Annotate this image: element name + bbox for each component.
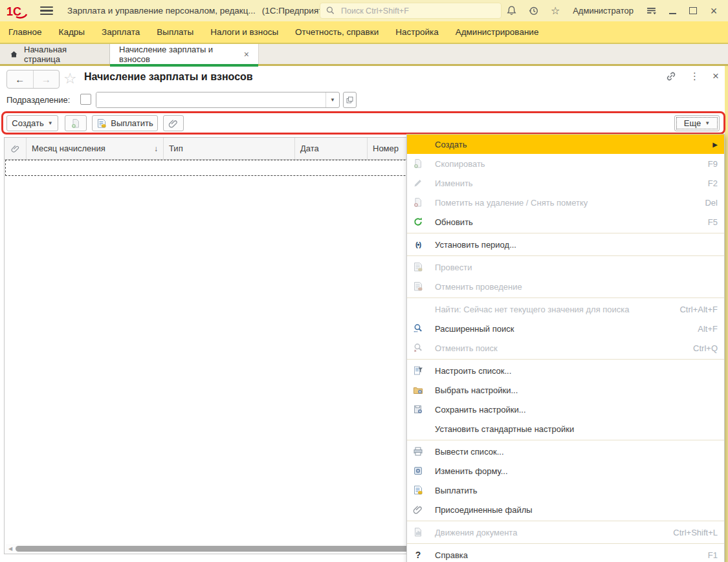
menu-item-mark-delete[interactable]: Пометить на удаление / Снять пометку Del [407, 193, 724, 212]
more-button-label: Еще [684, 118, 701, 128]
scroll-left-icon[interactable]: ◀ [5, 546, 16, 552]
pay-button[interactable]: Выплатить [92, 115, 158, 131]
advanced-search-icon [413, 323, 423, 334]
maximize-button[interactable] [684, 3, 702, 19]
menu-item-standard-settings[interactable]: Установить стандартные настройки [407, 419, 724, 438]
menu-reports[interactable]: Отчетность, справки [287, 27, 387, 37]
menu-separator [407, 297, 724, 298]
menu-separator [407, 255, 724, 256]
notifications-bell-icon[interactable] [502, 3, 521, 19]
home-icon [9, 50, 19, 59]
column-header-month[interactable]: Месяц начисления ↓ [27, 138, 164, 159]
history-icon[interactable] [524, 3, 543, 19]
division-checkbox[interactable] [80, 94, 91, 105]
pay-doc-icon [413, 485, 423, 495]
mark-delete-icon [413, 197, 423, 208]
menu-item-set-period[interactable]: (•) Установить период... [407, 235, 724, 254]
menu-administration[interactable]: Администрирование [447, 27, 547, 37]
menu-item-attached-files[interactable]: Присоединенные файлы [407, 500, 724, 519]
search-input[interactable] [340, 6, 501, 16]
menu-separator [407, 359, 724, 360]
division-label: Подразделение: [6, 95, 70, 105]
menu-separator [407, 521, 724, 521]
create-button[interactable]: Создать ▼ [6, 115, 58, 131]
division-input[interactable] [96, 92, 325, 107]
post-document-icon [413, 262, 423, 272]
attachment-column-header[interactable] [5, 138, 27, 159]
menu-item-configure-list[interactable]: Настроить список... [407, 361, 724, 380]
menu-item-save-settings[interactable]: Сохранить настройки... [407, 400, 724, 419]
tab-payroll-accrual[interactable]: Начисление зарплаты и взносов × [110, 44, 259, 64]
copy-icon [413, 158, 423, 169]
back-arrow-icon[interactable]: ← [7, 70, 34, 88]
section-menu-bar: Главное Кадры Зарплата Выплаты Налоги и … [0, 21, 728, 44]
attachments-button[interactable] [163, 115, 184, 131]
column-header-date[interactable]: Дата [295, 138, 368, 159]
form-close-icon[interactable]: × [712, 70, 719, 83]
get-link-icon[interactable] [665, 70, 677, 82]
unpost-document-icon [413, 281, 423, 292]
sort-descending-icon: ↓ [154, 144, 158, 153]
tab-label: Начальная страница [24, 45, 100, 64]
menu-item-refresh[interactable]: Обновить F5 [407, 212, 724, 232]
more-context-menu: Создать ▶ Скопировать F9 Изменить F2 Пом… [406, 134, 725, 562]
current-user[interactable]: Администратор [573, 6, 634, 16]
chevron-down-icon: ▼ [705, 120, 710, 126]
menu-main[interactable]: Главное [0, 27, 50, 37]
set-period-icon: (•) [413, 239, 423, 250]
menu-item-print-list[interactable]: Вывести список... [407, 442, 724, 461]
form-more-icon[interactable]: ⋮ [690, 70, 700, 82]
tab-home-page[interactable]: Начальная страница [0, 44, 110, 64]
tab-close-icon[interactable]: × [244, 49, 249, 59]
menu-taxes[interactable]: Налоги и взносы [202, 27, 287, 37]
menu-payments[interactable]: Выплаты [148, 27, 202, 37]
search-icon [320, 3, 340, 19]
menu-salary[interactable]: Зарплата [93, 27, 148, 37]
menu-item-choose-settings[interactable]: Выбрать настройки... [407, 380, 724, 400]
document-movements-icon [413, 527, 423, 537]
favorites-star-icon[interactable]: ☆ [546, 3, 565, 19]
menu-item-unpost[interactable]: Отменить проведение [407, 277, 724, 296]
global-search[interactable] [320, 3, 502, 19]
main-menu-icon[interactable] [40, 6, 53, 15]
configure-list-icon [413, 365, 423, 376]
svg-text:1С: 1С [6, 5, 21, 18]
menu-item-edit[interactable]: Изменить F2 [407, 173, 724, 193]
minimize-button[interactable] [663, 3, 681, 19]
copy-icon [71, 118, 81, 129]
menu-item-create[interactable]: Создать ▶ [407, 135, 724, 154]
tab-label: Начисление зарплаты и взносов [119, 45, 237, 64]
combo-dropdown-icon[interactable]: ▼ [325, 92, 339, 107]
close-window-button[interactable]: × [705, 3, 723, 19]
page-title: Начисление зарплаты и взносов [84, 71, 253, 83]
copy-button[interactable] [65, 115, 87, 131]
title-bar: 1С Зарплата и управление персоналом, ред… [0, 0, 728, 21]
cancel-search-icon [413, 343, 423, 353]
more-button[interactable]: Еще ▼ [674, 115, 720, 131]
tab-bar: Начальная страница Начисление зарплаты и… [0, 44, 728, 64]
1c-logo-icon: 1С [6, 3, 28, 19]
menu-settings[interactable]: Настройка [387, 27, 447, 37]
application-window: 1С Зарплата и управление персоналом, ред… [0, 0, 728, 562]
paperclip-icon [413, 504, 423, 515]
window-title: Зарплата и управление персоналом, редакц… [67, 6, 256, 16]
menu-item-copy[interactable]: Скопировать F9 [407, 154, 724, 173]
menu-personnel[interactable]: Кадры [50, 27, 93, 37]
menu-separator [407, 543, 724, 544]
menu-item-change-form[interactable]: Изменить форму... [407, 461, 724, 481]
menu-item-document-movements[interactable]: Движения документа Ctrl+Shift+L [407, 523, 724, 542]
menu-item-pay[interactable]: Выплатить [407, 481, 724, 500]
menu-item-find[interactable]: Найти: Сейчас нет текущего значения для … [407, 299, 724, 319]
menu-item-advanced-search[interactable]: Расширенный поиск Alt+F [407, 319, 724, 338]
refresh-icon [413, 217, 423, 227]
menu-item-post[interactable]: Провести [407, 257, 724, 277]
user-settings-menu-icon[interactable] [641, 3, 661, 19]
division-open-button[interactable] [343, 92, 357, 108]
add-favorite-star-icon[interactable]: ☆ [63, 70, 77, 87]
choose-settings-icon [413, 385, 423, 395]
menu-item-help[interactable]: ? Справка F1 [407, 545, 724, 562]
menu-item-cancel-search[interactable]: Отменить поиск Ctrl+Q [407, 338, 724, 358]
column-header-type[interactable]: Тип [164, 138, 295, 159]
change-form-icon [413, 466, 423, 476]
forward-arrow-icon[interactable]: → [34, 70, 60, 88]
